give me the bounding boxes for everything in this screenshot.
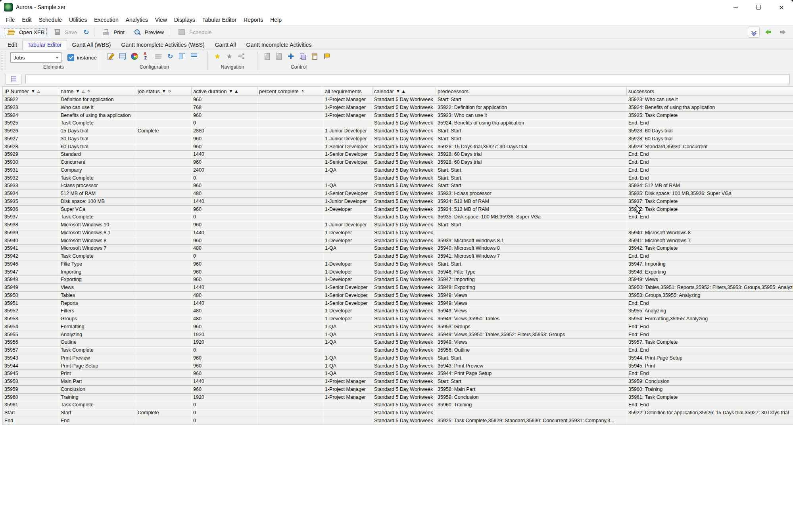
table-row[interactable]: 35925Task Complete0Standard 5 Day Workwe…	[3, 119, 793, 127]
cell[interactable]: Complete	[136, 127, 192, 135]
cell[interactable]	[257, 268, 323, 276]
cell[interactable]: 35923: Who can use it	[436, 112, 627, 119]
cell[interactable]: 1-QA	[323, 339, 372, 346]
cell[interactable]	[257, 213, 323, 221]
cell[interactable]: Analyzing	[59, 331, 136, 339]
cell[interactable]	[136, 323, 192, 331]
cell[interactable]: 1-QA	[323, 362, 372, 370]
cell[interactable]	[323, 417, 372, 425]
cell[interactable]	[136, 300, 192, 307]
cell[interactable]: 35959	[3, 386, 59, 393]
tab-gantt-incomplete-activities[interactable]: Gantt Incomplete Activities	[241, 40, 317, 50]
cell[interactable]: 1-Developer	[323, 260, 372, 268]
cell[interactable]: 35940: Microsoft Windows 8	[436, 245, 627, 252]
cell[interactable]: 35933: i-class processor	[436, 190, 627, 197]
copy-icon[interactable]	[299, 52, 307, 60]
cell[interactable]	[257, 323, 323, 331]
cell[interactable]: Standard 5 Day Workweek	[372, 159, 436, 166]
cell[interactable]: 960	[192, 237, 257, 245]
refresh-icon[interactable]	[166, 52, 174, 60]
cell[interactable]: 35927	[3, 135, 59, 143]
table-row[interactable]: 3592615 Days trialComplete28801-Junior D…	[3, 127, 793, 135]
cell[interactable]: 480	[192, 315, 257, 323]
table-row[interactable]: 35935Disk space: 100 MB14401-Junior Deve…	[3, 198, 793, 206]
cell[interactable]: 1920	[192, 331, 257, 339]
cell[interactable]: Disk space: 100 MB	[59, 198, 136, 205]
cell[interactable]: 1-Senior Developer	[323, 151, 372, 158]
column-header-ip-number[interactable]: IP Number▼ △	[3, 87, 59, 96]
cell[interactable]: Standard 5 Day Workweek	[372, 104, 436, 111]
cell[interactable]: Views	[59, 284, 136, 291]
cell[interactable]: 35926: 15 Days trial,35927: 30 Days tria…	[436, 143, 627, 151]
cell[interactable]	[323, 119, 372, 127]
cell[interactable]: 35940: Microsoft Windows 8	[627, 229, 793, 237]
cell[interactable]: End: End	[627, 166, 793, 174]
cell[interactable]: Task Complete	[59, 119, 136, 127]
cell[interactable]: 1-Project Manager	[323, 112, 372, 119]
cell[interactable]: End: End	[627, 174, 793, 182]
page-next-icon[interactable]	[263, 52, 271, 60]
cell[interactable]: 1-Project Manager	[323, 378, 372, 385]
table-row[interactable]: EndEnd0Standard 5 Day Workweek35925: Tas…	[3, 417, 793, 425]
cell[interactable]	[136, 394, 192, 401]
cell[interactable]: 35949: Views	[436, 300, 627, 307]
cell[interactable]: 1-Senior Developer	[323, 143, 372, 151]
cell[interactable]: Standard 5 Day Workweek	[372, 237, 436, 245]
cell[interactable]: 35949: Views,35950: Tables,35952: Filter…	[436, 331, 627, 339]
cell[interactable]	[136, 331, 192, 339]
cell[interactable]: 35949: Views,35950: Tables	[436, 315, 627, 323]
cell[interactable]	[323, 409, 372, 417]
cell[interactable]: 35938	[3, 221, 59, 229]
cell[interactable]: 1-Developer	[323, 206, 372, 213]
cell[interactable]: 35928: 60 Days trial	[627, 127, 793, 135]
table-row[interactable]: 35957Task Complete0Standard 5 Day Workwe…	[3, 346, 793, 354]
cell[interactable]	[136, 370, 192, 377]
cell[interactable]: Task Complete	[59, 213, 136, 221]
cell[interactable]	[257, 237, 323, 245]
table-row[interactable]: 35931Company24001-QAStandard 5 Day Workw…	[3, 166, 793, 174]
cell[interactable]: 35943	[3, 354, 59, 362]
cell[interactable]: Definition for application	[59, 96, 136, 103]
schedule-button[interactable]: Schedule	[173, 27, 215, 37]
cell[interactable]: 35925: Task Complete	[627, 112, 793, 119]
cell[interactable]: 1-Developer	[323, 237, 372, 245]
cell[interactable]: 1440	[192, 284, 257, 291]
cell[interactable]: Standard 5 Day Workweek	[372, 174, 436, 182]
cell[interactable]: Company	[59, 166, 136, 174]
cell[interactable]: 1-Junior Developer	[323, 198, 372, 205]
menu-item-displays[interactable]: Displays	[171, 14, 199, 25]
cell[interactable]	[257, 253, 323, 260]
cell[interactable]: Standard 5 Day Workweek	[372, 229, 436, 237]
tab-gantt-incomplete-activities-wbs[interactable]: Gantt Incomplete Activities (WBS)	[116, 40, 210, 50]
cell[interactable]: End: End	[627, 159, 793, 166]
cell[interactable]	[257, 354, 323, 362]
cell[interactable]	[136, 166, 192, 174]
table-row[interactable]: 35922Definition for application9601-Proj…	[3, 96, 793, 104]
cell[interactable]: 35944: Print Page Setup	[436, 370, 627, 377]
cell[interactable]	[257, 151, 323, 158]
cell[interactable]	[257, 174, 323, 182]
table-row[interactable]: 35956Outline19201-QAStandard 5 Day Workw…	[3, 339, 793, 346]
cell[interactable]: 35930	[3, 159, 59, 166]
cell[interactable]: 35946: Filte Type	[436, 268, 627, 276]
cell[interactable]: 1-Project Manager	[323, 104, 372, 111]
cell[interactable]: Print Page Setup	[59, 362, 136, 370]
cell[interactable]: Groups	[59, 315, 136, 323]
cell[interactable]: 768	[192, 104, 257, 111]
cell[interactable]: 0	[192, 174, 257, 182]
cell[interactable]: 35949	[3, 284, 59, 291]
cell[interactable]	[257, 198, 323, 205]
cell[interactable]	[257, 284, 323, 291]
cell[interactable]	[257, 260, 323, 268]
cell[interactable]: Standard 5 Day Workweek	[372, 323, 436, 331]
cell[interactable]: 960	[192, 221, 257, 229]
cell[interactable]: 35937: Task Complete	[627, 206, 793, 213]
cell[interactable]: 35948	[3, 276, 59, 283]
table-row[interactable]: 35944Print Page Setup9601-QAStandard 5 D…	[3, 362, 793, 370]
cell[interactable]: Task Complete	[59, 253, 136, 260]
menu-item-view[interactable]: View	[152, 14, 171, 25]
cell[interactable]: Start: Start	[436, 166, 627, 174]
cell[interactable]: 960	[192, 143, 257, 151]
refresh-button[interactable]	[81, 27, 92, 37]
table-row[interactable]: 35924Benefits of using tha application96…	[3, 112, 793, 120]
